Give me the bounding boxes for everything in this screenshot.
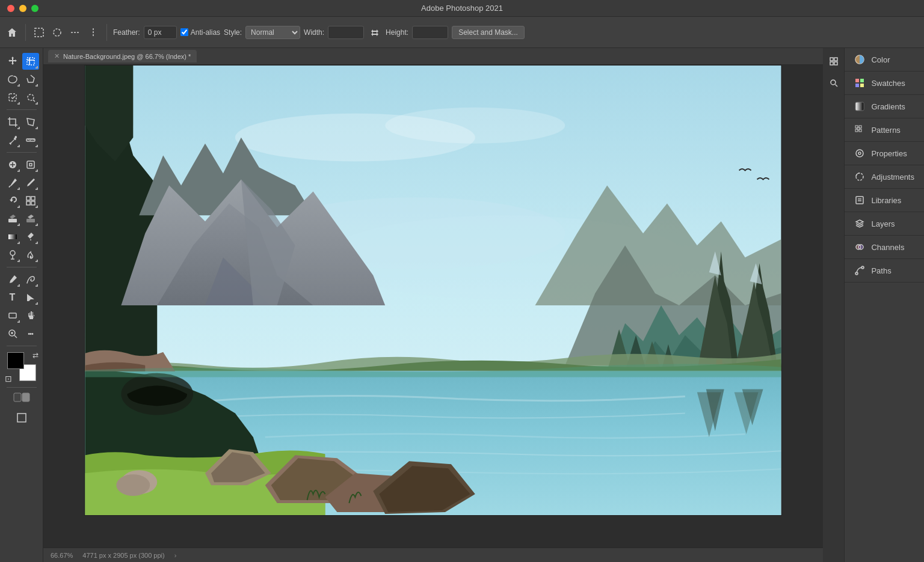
panel-item-channels[interactable]: Channels (845, 236, 924, 259)
clone-stamp-tool[interactable] (4, 192, 21, 209)
panel-item-properties[interactable]: Properties (845, 142, 924, 165)
hand-tool[interactable] (22, 307, 39, 324)
panel-item-swatches[interactable]: Swatches (845, 72, 924, 95)
background-eraser-tool[interactable] (22, 210, 39, 227)
panel-icons (823, 48, 845, 562)
ellipse-marquee-icon[interactable] (50, 25, 64, 40)
tool-row-zoom: ••• (4, 325, 39, 342)
move-tool[interactable] (4, 53, 21, 70)
col-marquee-icon[interactable] (86, 25, 100, 40)
crop-tool[interactable] (4, 114, 21, 130)
panel-item-adjustments[interactable]: Adjustments (845, 165, 924, 189)
brush-tool[interactable] (4, 174, 21, 191)
spot-healing-tool[interactable] (4, 156, 21, 173)
window-controls (7, 5, 38, 12)
burn-tool[interactable] (22, 246, 39, 263)
adjustments-label: Adjustments (871, 173, 914, 182)
foreground-color-swatch[interactable] (7, 352, 24, 369)
patch-tool[interactable] (22, 156, 39, 173)
style-select[interactable]: Normal Fixed Ratio Fixed Size (245, 26, 300, 39)
svg-rect-25 (26, 219, 35, 222)
panel-item-color[interactable]: Color (845, 48, 924, 72)
svg-rect-36 (22, 393, 29, 402)
zoom-tool[interactable] (4, 325, 21, 342)
type-tool[interactable]: T (4, 289, 21, 306)
svg-rect-19 (27, 161, 34, 168)
lasso-tool[interactable] (4, 71, 21, 88)
path-select-tool[interactable] (22, 289, 39, 306)
home-icon[interactable] (5, 25, 19, 40)
feather-input[interactable] (144, 26, 177, 39)
tab-bar: ✕ Nature-Background.jpeg @ 66.7% (Index)… (43, 48, 823, 65)
status-arrow[interactable]: › (174, 552, 177, 559)
channels-icon (854, 242, 865, 252)
layers-icon (854, 218, 865, 229)
panel-item-libraries[interactable]: Libraries (845, 189, 924, 212)
svg-rect-21 (31, 197, 35, 200)
shape-tool[interactable] (4, 307, 21, 324)
color-swatches-tool[interactable]: ⊡ ⇄ (7, 352, 36, 381)
object-select-tool[interactable] (4, 89, 21, 106)
anti-alias-checkbox[interactable] (180, 28, 188, 36)
gradient-tool[interactable] (4, 228, 21, 245)
svg-point-102 (856, 150, 863, 157)
polygonal-lasso-tool[interactable] (22, 71, 39, 88)
tool-row-type: T (4, 289, 39, 306)
maximize-button[interactable] (31, 5, 38, 12)
svg-rect-26 (8, 234, 17, 239)
tool-row-shape (4, 307, 39, 324)
tool-row-move (4, 53, 39, 70)
height-input[interactable] (412, 26, 448, 39)
perspective-crop-tool[interactable] (22, 114, 39, 130)
svg-point-8 (28, 94, 34, 100)
tool-row-clone (4, 192, 39, 209)
panel-item-patterns[interactable]: Patterns (845, 118, 924, 142)
svg-rect-87 (834, 62, 837, 65)
svg-rect-35 (14, 393, 21, 402)
quick-select-tool[interactable] (22, 89, 39, 106)
svg-point-27 (10, 251, 15, 255)
panel-item-layers[interactable]: Layers (845, 212, 924, 236)
canvas-scroll[interactable] (43, 65, 823, 548)
panel-item-gradients[interactable]: Gradients (845, 95, 924, 118)
svg-line-9 (33, 100, 35, 102)
svg-rect-91 (855, 79, 859, 82)
minimize-button[interactable] (19, 5, 26, 12)
ruler-tool[interactable] (22, 132, 39, 148)
properties-label: Properties (871, 149, 907, 158)
pen-tool[interactable] (4, 271, 21, 288)
adjustments-icon (854, 171, 865, 182)
row-marquee-icon[interactable] (68, 25, 82, 40)
close-button[interactable] (7, 5, 14, 12)
titlebar: Adobe Photoshop 2021 (0, 0, 924, 17)
artboard-tool[interactable] (22, 53, 39, 70)
libraries-icon (854, 195, 865, 206)
extra-tools[interactable]: ••• (22, 325, 39, 342)
swap-colors[interactable]: ⇄ (32, 351, 38, 359)
quick-mask-tool[interactable] (13, 391, 30, 408)
tab-close-icon[interactable]: ✕ (54, 52, 60, 60)
svg-point-82 (117, 474, 150, 496)
reset-colors[interactable]: ⊡ (5, 374, 12, 383)
width-input[interactable] (328, 26, 364, 39)
svg-rect-95 (855, 102, 864, 111)
color-label: Color (871, 55, 890, 64)
panel-item-paths[interactable]: Paths (845, 259, 924, 283)
svg-point-101 (858, 152, 861, 154)
swap-dimensions-icon[interactable] (368, 25, 382, 40)
panel-icon-search[interactable] (825, 75, 842, 91)
freeform-pen-tool[interactable] (22, 271, 39, 288)
select-mask-button[interactable]: Select and Mask... (452, 26, 525, 39)
pencil-tool[interactable] (22, 174, 39, 191)
eyedropper-tool[interactable] (4, 132, 21, 148)
pattern-stamp-tool[interactable] (22, 192, 39, 209)
screen-mode-tool[interactable] (13, 409, 30, 426)
eraser-tool[interactable] (4, 210, 21, 227)
tool-row-crop (4, 114, 39, 130)
rect-marquee-icon[interactable] (32, 25, 46, 40)
paint-bucket-tool[interactable] (22, 228, 39, 245)
dodge-tool[interactable] (4, 246, 21, 263)
panel-icon-arrange[interactable] (825, 53, 842, 70)
paths-label: Paths (871, 266, 891, 275)
document-tab[interactable]: ✕ Nature-Background.jpeg @ 66.7% (Index)… (48, 50, 197, 63)
